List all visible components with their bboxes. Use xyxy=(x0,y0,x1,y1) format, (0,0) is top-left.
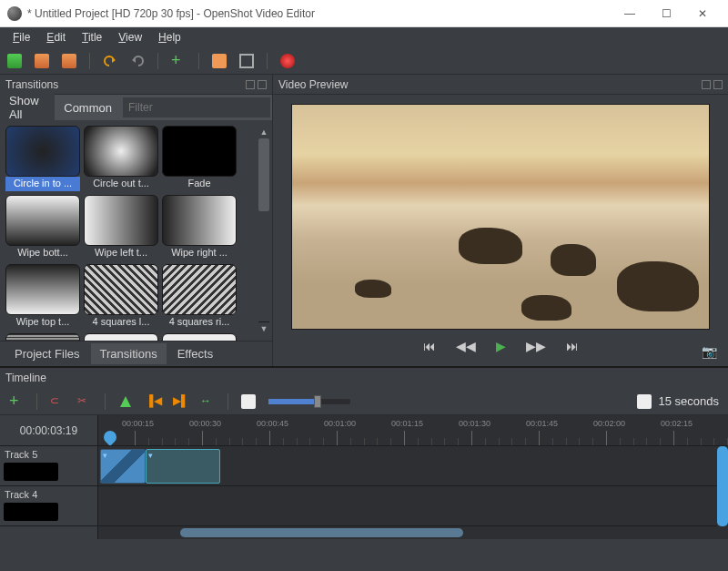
tab-transitions[interactable]: Transitions xyxy=(91,343,167,364)
transition-label: Circle in to ... xyxy=(5,177,80,191)
menu-file[interactable]: File xyxy=(5,29,37,46)
ruler-tick-label: 00:02:00 xyxy=(593,419,625,428)
transition-thumb[interactable]: Wipe left t... xyxy=(84,195,158,260)
add-marker-icon[interactable] xyxy=(118,394,133,409)
transitions-scrollbar[interactable]: ▲ ▼ xyxy=(258,126,270,335)
menu-edit[interactable]: Edit xyxy=(39,29,73,46)
ruler-tick-label: 00:00:30 xyxy=(189,419,221,428)
transition-thumb[interactable]: Circle out t... xyxy=(84,126,158,191)
time-preset-icon[interactable] xyxy=(637,394,652,409)
jump-end-icon[interactable]: ⏭ xyxy=(566,339,579,353)
transition-thumb[interactable]: Wipe right ... xyxy=(162,195,237,260)
transition-label: Wipe top t... xyxy=(5,315,80,330)
chevron-down-icon[interactable]: ▾ xyxy=(103,451,107,460)
maximize-button[interactable]: ☐ xyxy=(648,1,684,26)
snap-icon[interactable]: ⊂ xyxy=(50,394,65,409)
snapshot-icon[interactable]: 📷 xyxy=(702,344,717,359)
transition-thumb[interactable]: 4 squares ri... xyxy=(162,264,237,330)
prev-marker-icon[interactable]: ▐◀ xyxy=(146,394,160,409)
ruler-tick-label: 00:01:30 xyxy=(459,419,490,428)
transition-label: Wipe left t... xyxy=(84,246,158,260)
export-icon[interactable] xyxy=(280,54,295,68)
next-marker-icon[interactable]: ▶▌ xyxy=(173,394,187,409)
timeline-panel-header: Timeline xyxy=(0,368,728,388)
ruler-tick-label: 00:00:15 xyxy=(122,419,154,428)
transition-thumb[interactable] xyxy=(5,333,80,341)
timeline-v-scrollbar[interactable] xyxy=(717,446,728,526)
timeline-h-scrollbar[interactable] xyxy=(98,526,728,539)
transition-label: 4 squares ri... xyxy=(162,315,237,330)
track-label: Track 5 xyxy=(0,446,98,485)
menubar: File Edit Title View Help xyxy=(0,27,728,47)
minimize-button[interactable]: — xyxy=(612,1,648,26)
titlebar: * Untitled Project [HD 720p 30 fps] - Op… xyxy=(0,0,728,27)
filter-input[interactable] xyxy=(123,97,270,117)
panel-float-icon[interactable] xyxy=(246,80,255,89)
playhead-time: 00:00:03:19 xyxy=(0,415,98,445)
preview-panel-header: Video Preview xyxy=(273,75,728,95)
add-track-icon[interactable]: + xyxy=(9,394,24,409)
panel-float-icon[interactable] xyxy=(702,80,711,89)
tab-effects[interactable]: Effects xyxy=(168,343,223,364)
zoom-time-label: 15 seconds xyxy=(659,394,720,408)
undo-icon[interactable] xyxy=(103,54,117,68)
transition-label: Fade xyxy=(162,177,237,191)
center-playhead-icon[interactable]: ↔ xyxy=(200,394,215,409)
transition-thumb[interactable]: Wipe top t... xyxy=(5,264,80,330)
transition-thumb[interactable]: 4 squares l... xyxy=(84,264,158,330)
open-project-icon[interactable] xyxy=(35,54,49,68)
video-preview xyxy=(291,104,710,330)
menu-title[interactable]: Title xyxy=(75,29,109,46)
panel-close-icon[interactable] xyxy=(713,80,723,89)
fullscreen-icon[interactable] xyxy=(239,54,254,68)
window-title: * Untitled Project [HD 720p 30 fps] - Op… xyxy=(27,7,612,20)
razor-icon[interactable]: ✂ xyxy=(77,394,92,409)
ruler-tick-label: 00:02:15 xyxy=(661,419,693,428)
zoom-slider[interactable] xyxy=(268,399,350,404)
transition-label: Wipe right ... xyxy=(162,246,237,260)
timeline-track[interactable]: Track 5▾▾ xyxy=(0,446,728,486)
video-clip[interactable]: ▾ xyxy=(146,449,220,484)
preview-panel-title: Video Preview xyxy=(278,78,349,91)
play-icon[interactable]: ▶ xyxy=(496,339,506,353)
new-project-icon[interactable] xyxy=(7,54,22,68)
main-toolbar: + xyxy=(0,47,728,75)
zoom-preset-icon[interactable] xyxy=(241,394,256,409)
rewind-icon[interactable]: ◀◀ xyxy=(456,339,476,353)
redo-icon[interactable] xyxy=(130,54,145,68)
close-button[interactable]: ✕ xyxy=(684,1,721,26)
timeline-toolbar: + ⊂ ✂ ▐◀ ▶▌ ↔ 15 seconds xyxy=(0,388,728,415)
track-label: Track 4 xyxy=(0,486,98,525)
profile-icon[interactable] xyxy=(212,54,227,68)
jump-start-icon[interactable]: ⏮ xyxy=(423,339,436,353)
panel-close-icon[interactable] xyxy=(258,80,267,89)
transition-thumb[interactable] xyxy=(84,333,158,341)
menu-help[interactable]: Help xyxy=(151,29,188,46)
timeline-track[interactable]: Track 4 xyxy=(0,486,728,526)
ruler-tick-label: 00:01:45 xyxy=(526,419,558,428)
transition-thumb[interactable]: Fade xyxy=(162,126,237,191)
transitions-panel-title: Transitions xyxy=(5,78,58,91)
ruler-tick-label: 00:01:15 xyxy=(391,419,423,428)
transition-thumb[interactable]: Wipe bott... xyxy=(5,195,80,260)
playhead[interactable] xyxy=(101,428,119,445)
timeline-ruler[interactable]: 00:00:1500:00:3000:00:4500:01:0000:01:15… xyxy=(98,415,728,445)
tab-project-files[interactable]: Project Files xyxy=(5,343,89,364)
app-icon xyxy=(7,6,22,21)
ruler-tick-label: 00:01:00 xyxy=(324,419,356,428)
timeline-panel-title: Timeline xyxy=(5,372,46,384)
menu-view[interactable]: View xyxy=(111,29,149,46)
chevron-down-icon[interactable]: ▾ xyxy=(148,451,153,460)
transition-clip[interactable]: ▾ xyxy=(100,449,146,484)
save-project-icon[interactable] xyxy=(62,54,76,68)
fast-forward-icon[interactable]: ▶▶ xyxy=(526,339,546,353)
filter-common[interactable]: Common xyxy=(55,97,121,118)
transition-label: 4 squares l... xyxy=(84,315,158,330)
ruler-tick-label: 00:00:45 xyxy=(257,419,288,428)
transition-thumb[interactable]: Circle in to ... xyxy=(5,126,80,191)
import-files-icon[interactable]: + xyxy=(171,54,186,68)
transition-label: Circle out t... xyxy=(84,177,158,191)
transition-label: Wipe bott... xyxy=(5,246,80,260)
transition-thumb[interactable] xyxy=(162,333,237,341)
